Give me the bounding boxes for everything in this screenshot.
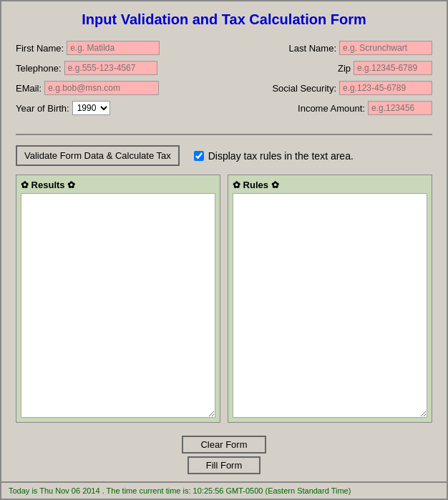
zip-label: Zip (338, 63, 351, 74)
firstname-label: First Name: (16, 43, 64, 54)
rules-title: ✿ Rules ✿ (233, 180, 427, 190)
rules-panel: ✿ Rules ✿ (228, 175, 432, 423)
income-input[interactable] (368, 101, 432, 115)
page-title: Input Validation and Tax Calculation For… (9, 11, 439, 28)
display-rules-checkbox[interactable] (194, 151, 204, 161)
display-rules-label[interactable]: Display tax rules in the text area. (194, 150, 354, 162)
yob-select[interactable]: 19901991199219931989198819871986 (72, 101, 110, 115)
ssn-label: Social Security: (272, 83, 336, 94)
clear-button[interactable]: Clear Form (182, 436, 266, 454)
fill-button[interactable]: Fill Form (188, 456, 261, 474)
email-input[interactable] (44, 81, 159, 95)
rules-textarea[interactable] (233, 193, 427, 418)
lastname-label: Last Name: (289, 43, 336, 54)
income-label: Income Amount: (298, 103, 365, 114)
email-label: EMail: (16, 83, 42, 94)
status-bar: Today is Thu Nov 06 2014 . The time curr… (1, 481, 447, 499)
status-text: Today is Thu Nov 06 2014 . The time curr… (9, 486, 351, 495)
ssn-input[interactable] (339, 81, 432, 95)
results-panel: ✿ Results ✿ (16, 175, 220, 423)
divider (16, 134, 432, 135)
results-textarea[interactable] (21, 193, 215, 418)
telephone-label: Telephone: (16, 63, 62, 74)
validate-button[interactable]: Validate Form Data & Calculate Tax (16, 145, 180, 166)
lastname-input[interactable] (339, 41, 432, 55)
zip-input[interactable] (354, 61, 432, 75)
results-title: ✿ Results ✿ (21, 180, 215, 190)
yob-label: Year of Birth: (16, 103, 69, 114)
firstname-input[interactable] (67, 41, 160, 55)
telephone-input[interactable] (64, 61, 157, 75)
display-rules-text: Display tax rules in the text area. (208, 150, 354, 162)
